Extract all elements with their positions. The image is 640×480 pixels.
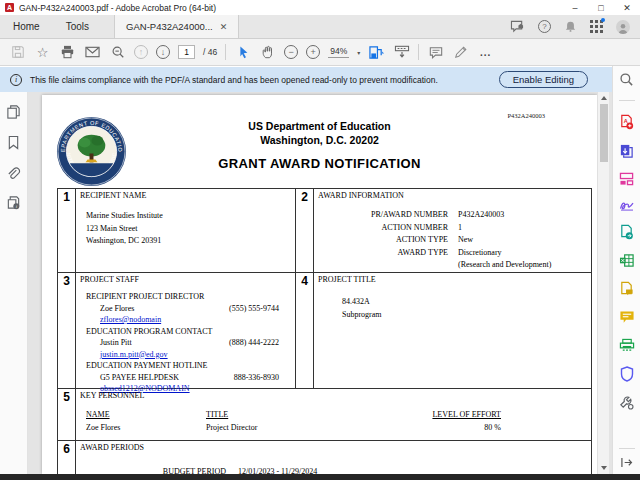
award-info-label: AWARD TYPE — [314, 247, 448, 260]
staff-name: G5 PAYEE HELPDESK — [100, 372, 179, 384]
enable-editing-button[interactable]: Enable Editing — [499, 71, 588, 88]
window-title-bar: A GAN-P432A240003.pdf - Adobe Acrobat Pr… — [0, 0, 640, 15]
zoom-in-icon[interactable]: + — [306, 45, 320, 59]
section-3-number: 3 — [58, 273, 76, 388]
profile-avatar[interactable] — [616, 20, 630, 34]
project-title-line: 84.432A — [342, 296, 591, 309]
feedback-icon[interactable] — [510, 20, 525, 33]
section-5-number: 5 — [58, 389, 76, 440]
page-number-input[interactable]: 1 — [178, 45, 195, 59]
more-tools-icon[interactable] — [619, 395, 634, 410]
attachments-icon[interactable] — [6, 165, 21, 180]
comment-icon[interactable] — [427, 44, 444, 61]
apps-grid-icon[interactable] — [590, 20, 603, 33]
organize-pages-icon[interactable] — [619, 172, 635, 186]
page-total-label: / 46 — [203, 47, 217, 57]
tab-tools[interactable]: Tools — [53, 15, 102, 38]
key-personnel-section: KEY PERSONNEL NAME TITLE LEVEL OF EFFORT… — [76, 389, 591, 440]
previous-page-icon[interactable]: ↑ — [134, 45, 148, 59]
search-icon[interactable] — [619, 72, 634, 87]
table-row: 5 KEY PERSONNEL NAME TITLE LEVEL OF EFFO… — [58, 389, 591, 441]
award-period-label: BUDGET PERIOD — [76, 466, 226, 474]
org-line-1: US Department of Education — [42, 119, 597, 133]
tools-panel-rail: A — [612, 66, 640, 474]
tab-close-icon[interactable]: ✕ — [220, 22, 228, 32]
page-display-icon[interactable] — [368, 44, 385, 61]
rail-divider — [619, 448, 635, 449]
staff-role: RECIPIENT PROJECT DIRECTOR — [86, 291, 295, 303]
email-icon[interactable] — [84, 44, 101, 61]
comment-icon[interactable] — [619, 310, 635, 325]
section-2-heading: AWARD INFORMATION — [314, 189, 591, 200]
section-5-heading: KEY PERSONNEL — [76, 389, 591, 400]
personnel-effort: 80 % — [396, 422, 501, 435]
protect-icon[interactable] — [620, 366, 634, 382]
maximize-button[interactable]: □ — [588, 0, 614, 15]
grant-award-table: 1 RECIPIENT NAME Marine Studies Institut… — [57, 188, 592, 474]
scrollbar-down-arrow-icon[interactable] — [601, 466, 607, 470]
personnel-header-name: NAME — [86, 410, 110, 419]
project-title-line: Subprogram — [342, 309, 591, 322]
scroll-mode-icon[interactable] — [393, 44, 410, 61]
award-info-value: (Research and Development) — [458, 259, 551, 272]
print-icon[interactable] — [59, 44, 76, 61]
scrollbar-up-arrow-icon[interactable] — [601, 96, 607, 100]
page-thumbnails-icon[interactable] — [6, 104, 21, 120]
staff-role: EDUCATION PAYMENT HOTLINE — [86, 360, 295, 372]
staff-phone: (888) 444-2222 — [229, 337, 279, 349]
bookmarks-icon[interactable] — [7, 135, 20, 150]
personnel-header-effort: LEVEL OF EFFORT — [432, 410, 501, 419]
fill-sign-icon[interactable] — [619, 199, 635, 211]
tab-document[interactable]: GAN-P432A24000... ✕ — [114, 15, 239, 38]
find-icon[interactable] — [109, 44, 126, 61]
pdf-page: P432A240003 DEPARTMENT OF EDUCATION UNIT… — [42, 95, 597, 474]
scrollbar-thumb[interactable] — [600, 104, 608, 162]
personnel-name: Zoe Flores — [86, 422, 206, 435]
section-2-number: 2 — [296, 189, 314, 272]
section-1-heading: RECIPIENT NAME — [76, 189, 295, 200]
minimize-button[interactable]: – — [562, 0, 588, 15]
staff-email-link[interactable]: justin.m.pitt@ed.gov — [100, 349, 295, 361]
export-pdf-icon[interactable] — [619, 143, 634, 159]
standards-icon[interactable]: i — [6, 195, 21, 210]
hand-tool-icon[interactable] — [259, 44, 276, 61]
select-tool-icon[interactable] — [234, 44, 251, 61]
close-button[interactable]: ✕ — [614, 0, 640, 15]
pencil-icon[interactable] — [452, 44, 469, 61]
document-scrollbar[interactable] — [597, 92, 609, 474]
collapse-panel-icon[interactable] — [620, 457, 633, 468]
section-3-heading: PROJECT STAFF — [76, 273, 295, 284]
project-staff-section: PROJECT STAFF RECIPIENT PROJECT DIRECTOR… — [76, 273, 296, 388]
section-1-number: 1 — [58, 189, 76, 272]
tab-home[interactable]: Home — [0, 15, 53, 38]
document-title: GRANT AWARD NOTIFICATION — [42, 156, 597, 171]
scan-ocr-icon[interactable] — [619, 338, 635, 353]
award-periods-section: AWARD PERIODS BUDGET PERIOD12/01/2023 - … — [76, 441, 591, 474]
more-tools-icon[interactable]: ... — [477, 44, 494, 61]
zoom-dropdown-caret-icon[interactable]: ▾ — [357, 49, 360, 56]
zoom-out-icon[interactable]: − — [284, 45, 298, 59]
award-information-section: AWARD INFORMATION PR/AWARD NUMBERP432A24… — [314, 189, 591, 272]
create-pdf-icon[interactable]: A — [619, 114, 634, 130]
next-page-icon[interactable]: ↓ — [156, 45, 170, 59]
recipient-line: 123 Main Street — [86, 223, 295, 236]
send-review-icon[interactable] — [619, 224, 634, 240]
award-period-value: 12/01/2023 - 11/29/2024 — [238, 466, 317, 474]
tab-document-label: GAN-P432A24000... — [126, 21, 213, 32]
save-icon[interactable] — [9, 44, 26, 61]
zoom-level-value[interactable]: 94% — [328, 46, 349, 58]
award-info-value: P432A240003 — [458, 209, 504, 222]
section-6-number: 6 — [58, 441, 76, 474]
document-viewport: i P432A240003 DEPARTMENT OF EDUCATION UN… — [0, 92, 612, 474]
rail-divider — [619, 100, 635, 101]
taskbar-edge — [0, 474, 640, 480]
help-icon[interactable]: ? — [538, 20, 551, 33]
notifications-bell-icon[interactable] — [564, 20, 577, 33]
staff-email-link[interactable]: zflores@nodomain — [100, 314, 295, 326]
toolbar-divider — [418, 44, 419, 60]
share-feedback-icon[interactable] — [619, 281, 634, 297]
staff-name: Justin Pitt — [100, 337, 132, 349]
favorite-star-icon[interactable]: ☆ — [34, 44, 51, 61]
award-info-label — [314, 259, 448, 272]
export-excel-icon[interactable] — [619, 253, 635, 268]
